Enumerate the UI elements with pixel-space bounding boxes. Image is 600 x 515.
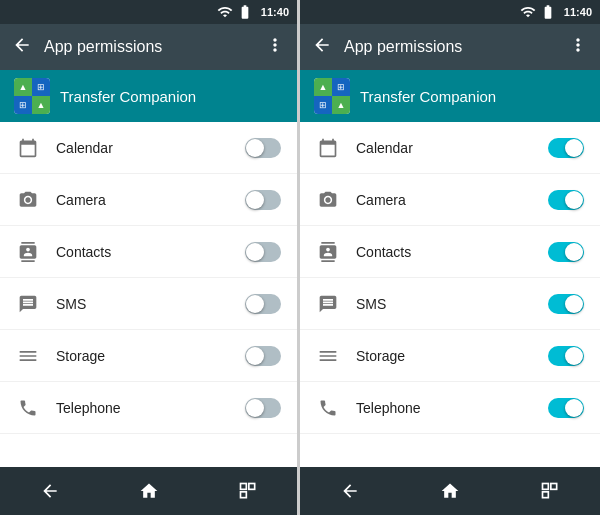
perm-item-contacts-right: Contacts [300,226,600,278]
contacts-icon-right [316,240,340,264]
bottom-nav-right [300,467,600,515]
toggle-storage-left[interactable] [245,346,281,366]
page-title-left: App permissions [44,38,253,56]
back-button-right[interactable] [312,35,332,60]
camera-icon [16,188,40,212]
app-name-right: Transfer Companion [360,88,496,105]
perm-item-storage-left: Storage [0,330,297,382]
perm-item-telephone-right: Telephone [300,382,600,434]
svg-rect-2 [248,484,254,490]
perm-item-telephone-left: Telephone [0,382,297,434]
page-title-right: App permissions [344,38,556,56]
wifi-icon [217,4,233,20]
perm-label-sms-left: SMS [56,296,229,312]
battery-icon [237,4,253,20]
svg-rect-5 [551,484,557,490]
perm-label-sms-right: SMS [356,296,532,312]
sms-icon-right [316,292,340,316]
perm-label-camera-left: Camera [56,192,229,208]
perm-label-contacts-right: Contacts [356,244,532,260]
back-button-left[interactable] [12,35,32,60]
status-icons-left: 11:40 [217,4,289,20]
sms-icon [16,292,40,316]
nav-home-right[interactable] [430,471,470,511]
status-time-right: 11:40 [564,6,592,18]
toggle-sms-right[interactable] [548,294,584,314]
wifi-icon-right [520,4,536,20]
toggle-sms-left[interactable] [245,294,281,314]
svg-rect-3 [543,484,549,490]
perm-item-contacts-left: Contacts [0,226,297,278]
toggle-telephone-right[interactable] [548,398,584,418]
telephone-icon [16,396,40,420]
perm-label-contacts-left: Contacts [56,244,229,260]
camera-icon-right [316,188,340,212]
toggle-camera-left[interactable] [245,190,281,210]
perm-list-left: Calendar Camera Contacts [0,122,297,467]
perm-item-sms-right: SMS [300,278,600,330]
nav-back-right[interactable] [330,471,370,511]
nav-home-left[interactable] [129,471,169,511]
status-bar-right: 11:40 [300,0,600,24]
app-icon-left: ▲ ⊞ ⊞ ▲ [14,78,50,114]
nav-back-left[interactable] [30,471,70,511]
perm-label-calendar-left: Calendar [56,140,229,156]
bottom-nav-left [0,467,297,515]
toggle-camera-right[interactable] [548,190,584,210]
perm-item-calendar-left: Calendar [0,122,297,174]
app-icon-right: ▲ ⊞ ⊞ ▲ [314,78,350,114]
svg-rect-0 [240,484,246,490]
toggle-calendar-right[interactable] [548,138,584,158]
perm-item-calendar-right: Calendar [300,122,600,174]
app-header-left: ▲ ⊞ ⊞ ▲ Transfer Companion [0,70,297,122]
nav-recents-right[interactable] [530,471,570,511]
contacts-icon [16,240,40,264]
storage-icon [16,344,40,368]
status-bar-left: 11:40 [0,0,297,24]
svg-rect-1 [240,492,246,498]
perm-label-telephone-left: Telephone [56,400,229,416]
perm-label-calendar-right: Calendar [356,140,532,156]
app-header-right: ▲ ⊞ ⊞ ▲ Transfer Companion [300,70,600,122]
toggle-telephone-left[interactable] [245,398,281,418]
telephone-icon-right [316,396,340,420]
nav-recents-left[interactable] [228,471,268,511]
status-icons-right: 11:40 [520,4,592,20]
app-name-left: Transfer Companion [60,88,196,105]
toggle-storage-right[interactable] [548,346,584,366]
toggle-contacts-right[interactable] [548,242,584,262]
calendar-icon [16,136,40,160]
perm-label-storage-right: Storage [356,348,532,364]
perm-list-right: Calendar Camera Contacts [300,122,600,467]
perm-label-storage-left: Storage [56,348,229,364]
top-bar-right: App permissions [300,24,600,70]
more-button-left[interactable] [265,35,285,60]
perm-item-camera-left: Camera [0,174,297,226]
top-bar-left: App permissions [0,24,297,70]
more-button-right[interactable] [568,35,588,60]
left-panel: 11:40 App permissions ▲ ⊞ ⊞ ▲ Transfer C… [0,0,300,515]
perm-label-camera-right: Camera [356,192,532,208]
perm-item-camera-right: Camera [300,174,600,226]
battery-icon-right [540,4,556,20]
toggle-calendar-left[interactable] [245,138,281,158]
perm-label-telephone-right: Telephone [356,400,532,416]
toggle-contacts-left[interactable] [245,242,281,262]
svg-rect-4 [543,492,549,498]
calendar-icon-right [316,136,340,160]
perm-item-storage-right: Storage [300,330,600,382]
status-time-left: 11:40 [261,6,289,18]
right-panel: 11:40 App permissions ▲ ⊞ ⊞ ▲ Transfer C… [300,0,600,515]
perm-item-sms-left: SMS [0,278,297,330]
storage-icon-right [316,344,340,368]
